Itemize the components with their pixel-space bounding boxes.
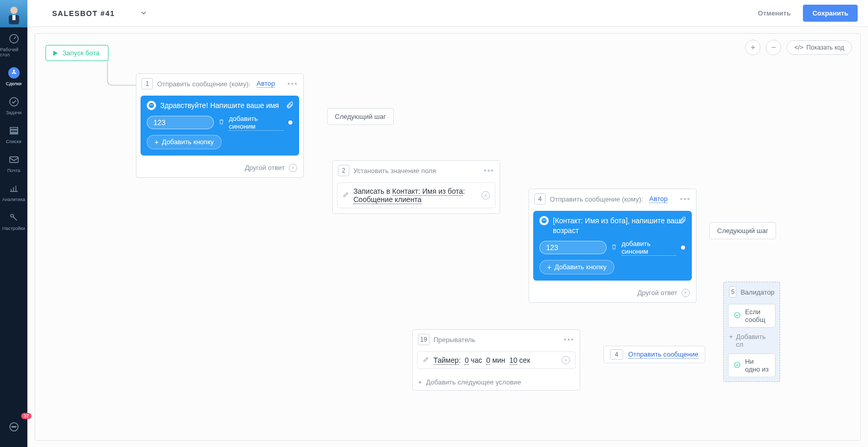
- delete-button-1[interactable]: [218, 118, 225, 127]
- step-4-other-delete[interactable]: ×: [681, 289, 690, 297]
- validator-condition-else[interactable]: Ни одно из: [728, 353, 776, 377]
- sidebar: Рабочий стол Сделки Задачи Списки Почта: [0, 0, 27, 447]
- step-2-field-row[interactable]: Записать в Контакт: Имя из бота: Сообщен…: [337, 182, 495, 208]
- topbar: SALESBOT #41 Отменить Сохранить: [27, 0, 868, 27]
- chevron-down-icon: [141, 10, 147, 16]
- step-1-add-synonym[interactable]: добавить синоним: [229, 115, 284, 131]
- step-4-card: 4 Отправить сообщение (кому): Автор ••• …: [529, 189, 696, 303]
- step-1-header: 1 Отправить сообщение (кому): Автор •••: [136, 74, 303, 94]
- step-1-output-port[interactable]: [288, 120, 293, 125]
- step-4-other-answer[interactable]: Другой ответ: [638, 289, 677, 297]
- step-1-message-text[interactable]: Здравствуйте! Напишите ваше имя: [160, 101, 279, 111]
- cancel-button[interactable]: Отменить: [751, 5, 798, 21]
- svg-point-22: [735, 312, 740, 318]
- flow-canvas[interactable]: + − </> Показать код Запуск бота 1 Отпра…: [35, 33, 861, 441]
- save-button[interactable]: Сохранить: [803, 5, 858, 22]
- edit-field-button[interactable]: [343, 191, 349, 199]
- edit-timer-button[interactable]: [423, 356, 429, 364]
- step-4-title: Отправить сообщение (кому):: [550, 195, 643, 203]
- bot-title: SALESBOT #41: [52, 9, 115, 18]
- step-1-recipient[interactable]: Автор: [257, 80, 275, 88]
- next-step-1[interactable]: Следующий шаг: [327, 108, 394, 125]
- zoom-out-button[interactable]: −: [766, 40, 781, 55]
- step-4-add-synonym[interactable]: добавить синоним: [622, 240, 676, 256]
- nav-tasks[interactable]: Задачи: [0, 90, 27, 119]
- validator-add-condition[interactable]: + Добавить сл: [724, 330, 780, 351]
- plus-icon: +: [154, 138, 159, 146]
- next-step-4[interactable]: Следующий шаг: [709, 222, 776, 239]
- trash-icon: [218, 118, 225, 125]
- nav-mail[interactable]: Почта: [0, 148, 27, 177]
- step-19-timer-row[interactable]: Таймер: 0 час 0 мин 10 сек ×: [417, 351, 576, 369]
- step-19-menu[interactable]: •••: [564, 335, 575, 344]
- show-code-label: Показать код: [807, 44, 844, 51]
- add-button-label: Добавить кнопку: [162, 138, 214, 146]
- pencil-icon: [343, 191, 349, 198]
- validator-title: Валидатор: [740, 288, 774, 296]
- play-icon: [52, 50, 58, 56]
- step-2-menu[interactable]: •••: [484, 166, 494, 175]
- ref-label[interactable]: Отправить сообщение: [628, 350, 699, 359]
- step-1-add-button[interactable]: + Добавить кнопку: [147, 135, 222, 149]
- step-19-card: 19 Прерыватель ••• Таймер: 0 час 0 мин 1…: [412, 329, 580, 391]
- zoom-in-button[interactable]: +: [745, 40, 761, 55]
- list-icon: [8, 125, 20, 137]
- check-icon: [734, 361, 741, 370]
- step-4-message-block: [Контакт: Имя из бота], напишите ваш воз…: [533, 211, 692, 281]
- show-code-button[interactable]: </> Показать код: [786, 40, 852, 55]
- nav-label: Списки: [6, 139, 22, 144]
- svg-point-16: [149, 103, 154, 108]
- svg-point-5: [13, 70, 15, 72]
- step-4-header: 4 Отправить сообщение (кому): Автор •••: [529, 189, 696, 209]
- delete-button-4[interactable]: [611, 243, 617, 252]
- step-4-button-input[interactable]: 123: [539, 241, 607, 254]
- step-4-output-port[interactable]: [680, 245, 686, 250]
- step-4-recipient[interactable]: Автор: [649, 195, 668, 203]
- paperclip-icon: [286, 101, 294, 109]
- step-1-button-input[interactable]: 123: [147, 116, 214, 129]
- nav-settings[interactable]: Настройки: [0, 206, 27, 235]
- user-avatar[interactable]: [0, 0, 27, 27]
- reference-step-4[interactable]: 4 Отправить сообщение: [603, 346, 705, 363]
- step-5-validator: 5 Валидатор Если сообщ + Добавить сл: [723, 282, 780, 382]
- nav-analytics[interactable]: Аналитика: [0, 177, 27, 206]
- mail-icon: [8, 153, 20, 166]
- chart-icon: [8, 182, 20, 195]
- chat-icon: [8, 421, 20, 434]
- nav-deals[interactable]: Сделки: [0, 61, 27, 90]
- step-4-menu[interactable]: •••: [680, 195, 691, 203]
- nav-lists[interactable]: Списки: [0, 119, 27, 148]
- step-2-number: 2: [338, 165, 349, 176]
- bot-avatar-icon: [147, 101, 156, 110]
- step-1-other-delete[interactable]: ×: [289, 164, 297, 172]
- next-step-1-label: Следующий шаг: [335, 113, 386, 120]
- start-node[interactable]: Запуск бота: [45, 45, 109, 61]
- paperclip-icon: [678, 216, 687, 224]
- attach-button[interactable]: [286, 101, 294, 111]
- step-1-card: 1 Отправить сообщение (кому): Автор ••• …: [136, 73, 304, 178]
- step-4-message-text[interactable]: [Контакт: Имя из бота], напишите ваш воз…: [553, 216, 686, 236]
- step-4-number: 4: [534, 193, 546, 205]
- step-1-other-answer[interactable]: Другой ответ: [245, 164, 285, 172]
- step-4-add-button[interactable]: + Добавить кнопку: [539, 260, 614, 274]
- check-circle-icon: [8, 96, 20, 108]
- attach-button-4[interactable]: [678, 216, 687, 226]
- validator-condition-1[interactable]: Если сообщ: [728, 304, 776, 328]
- svg-rect-8: [10, 130, 18, 132]
- svg-point-17: [150, 104, 151, 105]
- step-19-delete[interactable]: ×: [562, 356, 570, 364]
- nav-dashboard[interactable]: Рабочий стол: [0, 27, 27, 61]
- step-1-number: 1: [142, 78, 153, 89]
- svg-point-13: [12, 426, 13, 427]
- add-condition-button[interactable]: + Добавить следующее условие: [413, 374, 580, 390]
- validator-add-label: Добавить сл: [736, 333, 774, 348]
- nav-label: Почта: [7, 168, 20, 173]
- title-dropdown[interactable]: [141, 9, 147, 18]
- svg-point-0: [10, 7, 18, 14]
- step-2-delete[interactable]: ×: [482, 191, 490, 199]
- step-1-menu[interactable]: •••: [287, 80, 298, 88]
- svg-point-14: [13, 426, 14, 427]
- add-button-label: Добавить кнопку: [554, 263, 607, 271]
- nav-chat[interactable]: 37: [0, 416, 27, 440]
- next-step-4-label: Следующий шаг: [717, 227, 768, 235]
